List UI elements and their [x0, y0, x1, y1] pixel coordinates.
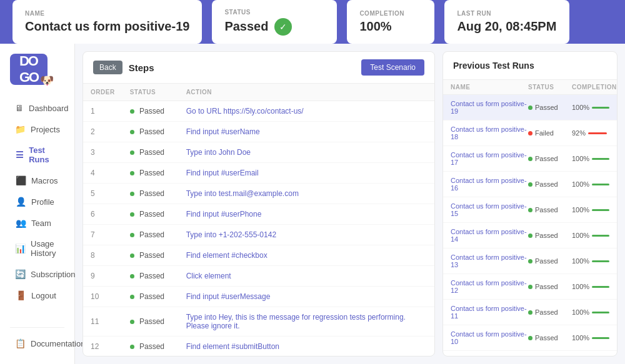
prev-col-completion: COMPLETION	[572, 84, 609, 91]
sidebar-item-documentation[interactable]: 📋 Documentation	[5, 333, 69, 353]
status-text: Passed	[139, 210, 164, 219]
row-order: 8	[83, 245, 122, 266]
row-status: Passed	[122, 101, 179, 122]
action-link[interactable]: Go to URL https://5ly.co/contact-us/	[186, 107, 304, 116]
prev-run-row[interactable]: Contact us form positive-9 Passed 100%	[443, 351, 617, 356]
prev-status-text: Passed	[535, 155, 558, 162]
usage-history-icon: 📊	[15, 243, 26, 253]
steps-panel: Back Steps Test Scenario ORDER STATUS AC…	[82, 51, 435, 357]
row-order: 11	[83, 307, 122, 337]
action-link[interactable]: Type into test.mail@example.com	[186, 189, 299, 198]
action-link[interactable]: Type into John Doe	[186, 148, 251, 157]
dashboard-icon: 🖥	[15, 103, 24, 113]
lastrun-value: Aug 20, 08:45PM	[457, 19, 557, 34]
prev-run-status: Passed	[528, 206, 572, 214]
status-label: STATUS	[224, 9, 324, 16]
action-link[interactable]: Type into +1-202-555-0142	[186, 230, 276, 239]
row-action[interactable]: Type into John Doe	[179, 142, 434, 163]
row-action[interactable]: Find input #userName	[179, 122, 434, 142]
steps-title: Steps	[129, 62, 154, 73]
prev-run-row[interactable]: Contact us form positive-14 Passed 100%	[443, 223, 617, 248]
prev-run-completion: 100%	[572, 180, 609, 188]
row-action[interactable]: Type into test.mail@example.com	[179, 184, 434, 204]
action-link[interactable]: Type into Hey, this is the message for r…	[186, 313, 406, 330]
prev-completion-text: 100%	[572, 334, 589, 342]
row-action[interactable]: Find element #submitButton	[179, 337, 434, 357]
row-status: Passed	[122, 307, 179, 337]
status-dot	[130, 253, 134, 258]
status-text: Passed	[139, 230, 164, 239]
table-row: 5 Passed Type into test.mail@example.com	[83, 184, 434, 204]
prev-status-text: Passed	[535, 206, 558, 214]
action-link[interactable]: Find input #userEmail	[186, 169, 259, 177]
prev-status-dot	[528, 259, 532, 263]
prev-run-row[interactable]: Contact us form positive-18 Failed 92%	[443, 121, 617, 146]
prev-run-row[interactable]: Contact us form positive-13 Passed 100%	[443, 248, 617, 274]
prev-run-status: Passed	[528, 283, 572, 290]
row-status: Passed	[122, 225, 179, 245]
row-status: Passed	[122, 163, 179, 184]
prev-run-name: Contact us form positive-17	[451, 151, 528, 166]
row-action[interactable]: Type into +1-202-555-0142	[179, 225, 434, 245]
row-action[interactable]: Click element	[179, 266, 434, 287]
documentation-icon: 📋	[15, 338, 26, 348]
prev-run-status: Failed	[528, 129, 572, 137]
sidebar-item-profile-label: Profile	[31, 197, 54, 207]
prev-run-row[interactable]: Contact us form positive-11 Passed 100%	[443, 300, 617, 325]
sidebar-item-subscription-label: Subscription	[31, 270, 76, 279]
prev-col-name: NAME	[451, 84, 528, 91]
name-value: Contact us form positive-19	[25, 19, 189, 34]
action-link[interactable]: Find input #userMessage	[186, 292, 271, 301]
prev-completion-text: 100%	[572, 308, 589, 316]
sidebar-item-profile[interactable]: 👤 Profile	[5, 192, 69, 212]
prev-run-name: Contact us form positive-18	[451, 125, 528, 140]
row-action[interactable]: Find input #userEmail	[179, 163, 434, 184]
row-order: 5	[83, 184, 122, 204]
row-action[interactable]: Go to URL https://5ly.co/contact-us/	[179, 101, 434, 122]
prev-run-status: Passed	[528, 257, 572, 265]
prev-status-dot	[528, 157, 532, 161]
sidebar-item-usage-history[interactable]: 📊 Usage History	[5, 234, 69, 263]
row-order: 7	[83, 225, 122, 245]
test-scenario-button[interactable]: Test Scenario	[361, 59, 424, 76]
sidebar-item-test-runs[interactable]: ☰ Test Runs	[5, 140, 69, 169]
prev-run-row[interactable]: Contact us form positive-15 Passed 100%	[443, 197, 617, 223]
action-link[interactable]: Find input #userPhone	[186, 210, 262, 219]
status-text: Passed	[139, 342, 164, 351]
profile-icon: 👤	[15, 197, 26, 207]
prev-status-dot	[528, 106, 532, 110]
sidebar-item-logout[interactable]: 🚪 Logout	[5, 285, 69, 305]
row-action[interactable]: Find input #userPhone	[179, 204, 434, 225]
sidebar-item-subscription[interactable]: 🔄 Subscription	[5, 264, 69, 284]
sidebar-item-projects[interactable]: 📁 Projects	[5, 119, 69, 139]
prev-run-row[interactable]: Contact us form positive-19 Passed 100%	[443, 95, 617, 121]
prev-status-dot	[528, 285, 532, 289]
table-row: 10 Passed Find input #userMessage	[83, 287, 434, 307]
row-order: 12	[83, 337, 122, 357]
completion-bar	[592, 312, 609, 313]
lastrun-card: LAST RUN Aug 20, 08:45PM	[444, 0, 569, 44]
prev-run-row[interactable]: Contact us form positive-17 Passed 100%	[443, 146, 617, 172]
prev-run-status: Passed	[528, 104, 572, 111]
steps-header: Back Steps Test Scenario	[83, 52, 434, 84]
row-order: 1	[83, 101, 122, 122]
row-action[interactable]: Find element #checkbox	[179, 245, 434, 266]
row-action[interactable]: Type into Hey, this is the message for r…	[179, 307, 434, 337]
sidebar-item-team-label: Team	[31, 219, 51, 228]
prev-status-dot	[528, 310, 532, 315]
action-link[interactable]: Click element	[186, 272, 231, 280]
prev-run-row[interactable]: Contact us form positive-10 Passed 100%	[443, 325, 617, 351]
prev-completion-text: 100%	[572, 232, 589, 239]
prev-run-row[interactable]: Contact us form positive-16 Passed 100%	[443, 172, 617, 197]
back-button[interactable]: Back	[93, 61, 122, 74]
sidebar-item-team[interactable]: 👥 Team	[5, 213, 69, 233]
prev-run-name: Contact us form positive-10	[451, 330, 528, 345]
action-link[interactable]: Find element #submitButton	[186, 342, 279, 351]
row-order: 2	[83, 122, 122, 142]
prev-run-row[interactable]: Contact us form positive-12 Passed 100%	[443, 274, 617, 300]
sidebar-item-dashboard[interactable]: 🖥 Dashboard	[5, 98, 69, 118]
action-link[interactable]: Find input #userName	[186, 127, 260, 136]
action-link[interactable]: Find element #checkbox	[186, 251, 268, 260]
sidebar-item-macros[interactable]: ⬛ Macros	[5, 170, 69, 190]
row-action[interactable]: Find input #userMessage	[179, 287, 434, 307]
